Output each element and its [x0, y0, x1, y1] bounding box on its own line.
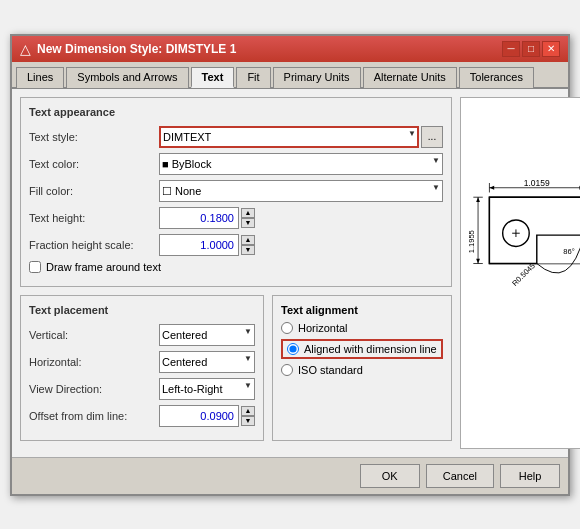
text-style-browse-button[interactable]: ... — [421, 126, 443, 148]
left-panel: Text appearance Text style: DIMTEXT Stan… — [20, 97, 452, 449]
text-height-row: Text height: 0.1800 ▲ ▼ — [29, 207, 443, 229]
horizontal-row: Horizontal: Centered 1st Extension Line … — [29, 351, 255, 373]
tab-alternate[interactable]: Alternate Units — [363, 67, 457, 88]
text-style-select-wrapper: DIMTEXT Standard Annotative — [159, 126, 419, 148]
fill-color-select-wrapper: ☐ None — [159, 180, 443, 202]
horizontal-radio-label: Horizontal — [298, 322, 348, 334]
preview-panel: 1.0159 1.1955 2.0807 86° R0.5045 — [460, 97, 580, 449]
tab-bar: Lines Symbols and Arrows Text Fit Primar… — [12, 62, 568, 89]
text-height-label: Text height: — [29, 212, 159, 224]
svg-text:1.0159: 1.0159 — [524, 177, 550, 187]
fraction-height-spinner: ▲ ▼ — [241, 235, 255, 255]
vertical-label: Vertical: — [29, 329, 159, 341]
horizontal-select-wrapper: Centered 1st Extension Line 2nd Extensio… — [159, 351, 255, 373]
text-style-label: Text style: — [29, 131, 159, 143]
window-title: New Dimension Style: DIMSTYLE 1 — [37, 42, 236, 56]
draw-frame-checkbox[interactable] — [29, 261, 41, 273]
minimize-button[interactable]: ─ — [502, 41, 520, 57]
text-style-control: DIMTEXT Standard Annotative ... — [159, 126, 443, 148]
text-appearance-title: Text appearance — [29, 106, 443, 118]
draw-frame-row: Draw frame around text — [29, 261, 443, 273]
main-window: △ New Dimension Style: DIMSTYLE 1 ─ □ ✕ … — [10, 34, 570, 496]
offset-input[interactable]: 0.0900 — [159, 405, 239, 427]
fill-color-control: ☐ None — [159, 180, 443, 202]
fraction-height-up[interactable]: ▲ — [241, 235, 255, 245]
offset-label: Offset from dim line: — [29, 410, 159, 422]
tab-fit[interactable]: Fit — [236, 67, 270, 88]
bottom-sections: Text placement Vertical: Centered Above … — [20, 295, 452, 449]
tab-primary[interactable]: Primary Units — [273, 67, 361, 88]
horizontal-radio[interactable] — [281, 322, 293, 334]
svg-text:86°: 86° — [563, 247, 574, 256]
tab-tolerances[interactable]: Tolerances — [459, 67, 534, 88]
text-color-control: ■ ByBlock — [159, 153, 443, 175]
content-area: Text appearance Text style: DIMTEXT Stan… — [12, 89, 568, 457]
fraction-height-label: Fraction height scale: — [29, 239, 159, 251]
text-placement-section: Text placement Vertical: Centered Above … — [20, 295, 264, 441]
vertical-select[interactable]: Centered Above Outside JIS Below — [159, 324, 255, 346]
text-color-select[interactable]: ■ ByBlock — [159, 153, 443, 175]
text-style-row: Text style: DIMTEXT Standard Annotative … — [29, 126, 443, 148]
fraction-height-control: 1.0000 ▲ ▼ — [159, 234, 443, 256]
preview-svg: 1.0159 1.1955 2.0807 86° R0.5045 — [461, 168, 580, 378]
offset-down[interactable]: ▼ — [241, 416, 255, 426]
iso-radio-row: ISO standard — [281, 364, 443, 376]
horizontal-select[interactable]: Centered 1st Extension Line 2nd Extensio… — [159, 351, 255, 373]
fill-color-row: Fill color: ☐ None — [29, 180, 443, 202]
tab-symbols[interactable]: Symbols and Arrows — [66, 67, 188, 88]
window-controls: ─ □ ✕ — [502, 41, 560, 57]
aligned-radio-highlight: Aligned with dimension line — [281, 339, 443, 359]
fill-color-select[interactable]: ☐ None — [159, 180, 443, 202]
vertical-select-wrapper: Centered Above Outside JIS Below — [159, 324, 255, 346]
fraction-height-down[interactable]: ▼ — [241, 245, 255, 255]
view-direction-row: View Direction: Left-to-Right Right-to-L… — [29, 378, 255, 400]
help-button[interactable]: Help — [500, 464, 560, 488]
text-style-select[interactable]: DIMTEXT Standard Annotative — [159, 126, 419, 148]
horizontal-label: Horizontal: — [29, 356, 159, 368]
text-placement-title: Text placement — [29, 304, 255, 316]
fraction-height-input[interactable]: 1.0000 — [159, 234, 239, 256]
aligned-radio-label: Aligned with dimension line — [304, 343, 437, 355]
bottom-bar: OK Cancel Help — [12, 457, 568, 494]
offset-row: Offset from dim line: 0.0900 ▲ ▼ — [29, 405, 255, 427]
maximize-button[interactable]: □ — [522, 41, 540, 57]
text-height-input[interactable]: 0.1800 — [159, 207, 239, 229]
text-color-label: Text color: — [29, 158, 159, 170]
text-height-control: 0.1800 ▲ ▼ — [159, 207, 443, 229]
ok-button[interactable]: OK — [360, 464, 420, 488]
text-height-down[interactable]: ▼ — [241, 218, 255, 228]
draw-frame-label: Draw frame around text — [46, 261, 161, 273]
iso-radio[interactable] — [281, 364, 293, 376]
text-alignment-section: Text alignment Horizontal Aligned with d… — [272, 295, 452, 441]
text-appearance-section: Text appearance Text style: DIMTEXT Stan… — [20, 97, 452, 287]
text-height-up[interactable]: ▲ — [241, 208, 255, 218]
aligned-radio[interactable] — [287, 343, 299, 355]
offset-up[interactable]: ▲ — [241, 406, 255, 416]
offset-control: 0.0900 ▲ ▼ — [159, 405, 255, 427]
text-color-select-wrapper: ■ ByBlock — [159, 153, 443, 175]
text-height-spinner: ▲ ▼ — [241, 208, 255, 228]
aligned-radio-row: Aligned with dimension line — [281, 339, 443, 359]
iso-radio-label: ISO standard — [298, 364, 363, 376]
view-direction-select-wrapper: Left-to-Right Right-to-Left — [159, 378, 255, 400]
offset-spinner: ▲ ▼ — [241, 406, 255, 426]
fill-color-label: Fill color: — [29, 185, 159, 197]
svg-text:1.1955: 1.1955 — [467, 230, 476, 253]
tab-text[interactable]: Text — [191, 67, 235, 88]
tab-lines[interactable]: Lines — [16, 67, 64, 88]
view-direction-label: View Direction: — [29, 383, 159, 395]
text-alignment-title: Text alignment — [281, 304, 443, 316]
title-bar: △ New Dimension Style: DIMSTYLE 1 ─ □ ✕ — [12, 36, 568, 62]
fraction-height-row: Fraction height scale: 1.0000 ▲ ▼ — [29, 234, 443, 256]
horizontal-radio-row: Horizontal — [281, 322, 443, 334]
text-color-row: Text color: ■ ByBlock — [29, 153, 443, 175]
app-icon: △ — [20, 41, 31, 57]
view-direction-select[interactable]: Left-to-Right Right-to-Left — [159, 378, 255, 400]
close-button[interactable]: ✕ — [542, 41, 560, 57]
vertical-row: Vertical: Centered Above Outside JIS Bel… — [29, 324, 255, 346]
cancel-button[interactable]: Cancel — [426, 464, 494, 488]
